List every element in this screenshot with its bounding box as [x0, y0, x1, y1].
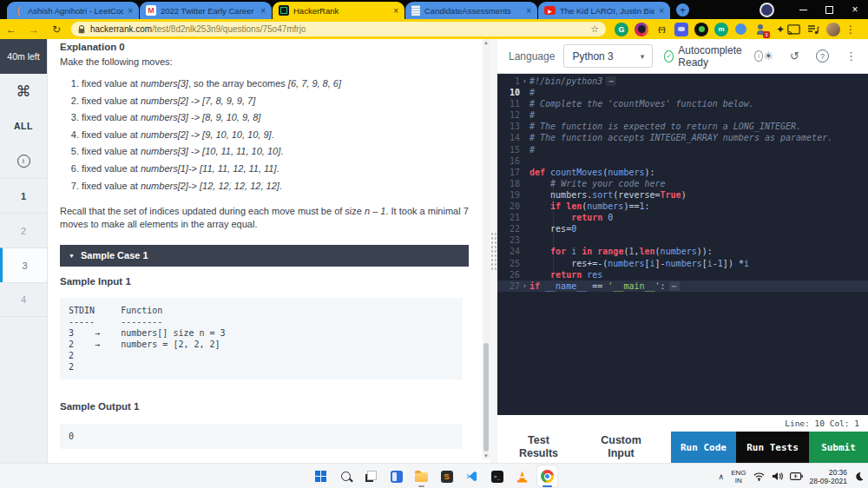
volume-icon[interactable] — [772, 472, 783, 481]
taskbar-windows-icon[interactable] — [311, 465, 331, 487]
pane-divider[interactable] — [490, 39, 497, 463]
tab-close-icon[interactable]: × — [526, 6, 531, 16]
taskbar-widgets-icon[interactable] — [386, 465, 406, 487]
forward-button[interactable]: → — [23, 23, 45, 36]
taskbar-sublime-icon[interactable]: S — [437, 465, 457, 487]
browser-tab[interactable]: CandidateAssessments× — [405, 2, 537, 19]
gutter-spacer — [520, 258, 529, 269]
language-select[interactable]: Python 3 ▾ — [563, 44, 653, 68]
medium-extension-icon[interactable]: m — [714, 23, 728, 36]
back-button[interactable]: ← — [0, 23, 23, 36]
gutter-spacer — [520, 246, 529, 257]
tab-title: 2022 Twitter Early Career Engine — [161, 6, 256, 16]
fold-chevron-icon[interactable]: › — [520, 76, 529, 87]
night-mode-moon-icon[interactable] — [854, 472, 864, 481]
darkgreen-extension-icon[interactable] — [694, 23, 708, 36]
braces-extension-icon[interactable]: {≡} — [654, 23, 668, 36]
code-text: for i in range(1,len(numbers)): — [529, 246, 713, 257]
screen: (Ashish Agnihotri - LeetCode Prof×M2022 … — [0, 0, 868, 488]
scrollbar-thumb[interactable] — [483, 343, 489, 452]
help-icon[interactable]: ? — [816, 49, 829, 63]
history-icon[interactable]: ↺ — [790, 49, 799, 63]
taskbar-terminal-icon[interactable]: >_ — [487, 465, 507, 487]
code-text: if __name__ == '__main__':⋯ — [529, 280, 680, 292]
move-list-item: fixed value at numbers[2]-> [12, 12, 12,… — [82, 180, 469, 193]
taskbar-vscode-icon[interactable] — [462, 465, 482, 487]
close-window-button[interactable]: × — [842, 0, 868, 19]
editor-menu-icon[interactable]: ⋮ — [845, 49, 857, 63]
language-indicator[interactable]: ENGIN — [731, 469, 746, 485]
code-line[interactable]: 14# The function accepts INTEGER_ARRAY n… — [497, 132, 868, 143]
code-line[interactable]: 10# — [497, 87, 868, 98]
run-tests-button[interactable]: Run Tests — [736, 432, 809, 463]
circular-widget-icon[interactable] — [760, 3, 774, 17]
taskbar-vlc-icon[interactable] — [512, 465, 532, 487]
instagram-extension-icon[interactable] — [635, 23, 648, 36]
battery-icon[interactable] — [790, 472, 803, 480]
darkstar-extension-icon[interactable]: ✦ — [773, 23, 787, 36]
autocomplete-info-icon[interactable]: i — [754, 50, 763, 62]
keyboard-shortcuts-icon[interactable]: ⌘ — [0, 74, 47, 109]
taskbar-search-icon[interactable] — [336, 465, 356, 487]
run-code-button[interactable]: Run Code — [671, 432, 736, 463]
taskbar-chrome-icon[interactable] — [537, 465, 557, 487]
scroll-down-arrow[interactable]: ▼ — [483, 452, 490, 459]
code-line[interactable]: 16 — [497, 155, 868, 167]
wifi-icon[interactable] — [753, 472, 765, 481]
clock[interactable]: 20:36 28-09-2021 — [810, 468, 847, 485]
new-tab-button[interactable]: + — [676, 3, 689, 16]
sidebar-question-3[interactable]: 3 — [0, 247, 47, 282]
maximize-button[interactable] — [816, 0, 842, 19]
browser-tab-bar: (Ashish Agnihotri - LeetCode Prof×M2022 … — [0, 0, 868, 19]
theme-settings-icon[interactable]: ☀ — [763, 49, 773, 63]
browser-menu-icon[interactable]: ⋮ — [845, 23, 856, 36]
code-line[interactable]: 13# The function is expected to return a… — [497, 121, 868, 132]
fold-chevron-icon[interactable]: › — [520, 280, 529, 292]
sidebar-question-4[interactable]: 4 — [0, 282, 47, 317]
submit-button[interactable]: Submit — [809, 432, 868, 463]
sidebar-question-2[interactable]: 2 — [0, 213, 47, 247]
code-line[interactable]: 27›if __name__ == '__main__':⋯ — [497, 280, 868, 292]
bluedot-extension-icon[interactable] — [735, 23, 746, 35]
tray-chevron-up-icon[interactable]: ∧ — [719, 472, 725, 481]
media-controls-icon[interactable] — [807, 24, 819, 35]
info-icon[interactable]: i — [0, 143, 47, 178]
tab-close-icon[interactable]: × — [260, 6, 266, 16]
tab-close-icon[interactable]: × — [393, 6, 398, 16]
code-text: # — [529, 109, 535, 121]
personbadge-extension-icon[interactable]: 3 — [753, 23, 767, 36]
divider-grip-icon[interactable] — [490, 232, 496, 272]
scroll-up-arrow[interactable]: ▲ — [483, 39, 490, 46]
browser-tab[interactable]: (Ashish Agnihotri - LeetCode Prof× — [7, 2, 139, 19]
sample-case-header[interactable]: ▼ Sample Case 1 — [60, 245, 469, 267]
profile-avatar[interactable] — [826, 23, 840, 36]
tab-custom-input[interactable]: Custom Input — [580, 432, 662, 463]
code-line[interactable]: 15# — [497, 144, 868, 155]
taskbar-folder-icon[interactable] — [411, 465, 431, 487]
sidebar-item-all[interactable]: ALL — [0, 109, 47, 143]
code-line[interactable]: 17def countMoves(numbers): — [497, 167, 868, 178]
code-line[interactable]: 1›#!/bin/python3⋯ — [497, 76, 868, 87]
code-editor[interactable]: 1›#!/bin/python3⋯10#11# Complete the 'co… — [497, 74, 868, 417]
code-line[interactable]: 11# Complete the 'countMoves' function b… — [497, 98, 868, 109]
tab-test-results[interactable]: Test Results — [497, 432, 580, 463]
tab-close-icon[interactable]: × — [659, 6, 664, 16]
browser-tab[interactable]: ▶The Kid LAROI, Justin Bieber - ST× — [538, 2, 670, 19]
code-text: res+=-(numbers[i]-numbers[i-1]) *i — [529, 258, 749, 269]
editor-panel: Language Python 3 ▾ ✓ Autocomplete Ready… — [497, 39, 868, 463]
bookmark-star-icon[interactable]: ☆ — [590, 23, 599, 35]
problem-scrollbar[interactable]: ▲ ▼ — [483, 39, 490, 459]
code-line[interactable]: 12# — [497, 109, 868, 121]
cast-icon[interactable] — [787, 24, 800, 35]
taskbar-taskview-icon[interactable] — [361, 465, 381, 487]
browser-tab[interactable]: M2022 Twitter Early Career Engine× — [140, 2, 272, 19]
tab-close-icon[interactable]: × — [128, 6, 133, 16]
sidebar-question-1[interactable]: 1 — [0, 178, 47, 213]
grammarly-extension-icon[interactable]: G — [615, 23, 628, 36]
reload-button[interactable]: ↻ — [45, 23, 68, 36]
tray-time: 20:36 — [829, 468, 847, 477]
screen-extension-icon[interactable] — [674, 23, 688, 36]
url-bar[interactable]: hackerrank.com/test/8d2nlk253n9/question… — [71, 22, 606, 36]
minimize-button[interactable] — [790, 0, 816, 19]
browser-tab[interactable]: HackerRank× — [273, 2, 404, 19]
